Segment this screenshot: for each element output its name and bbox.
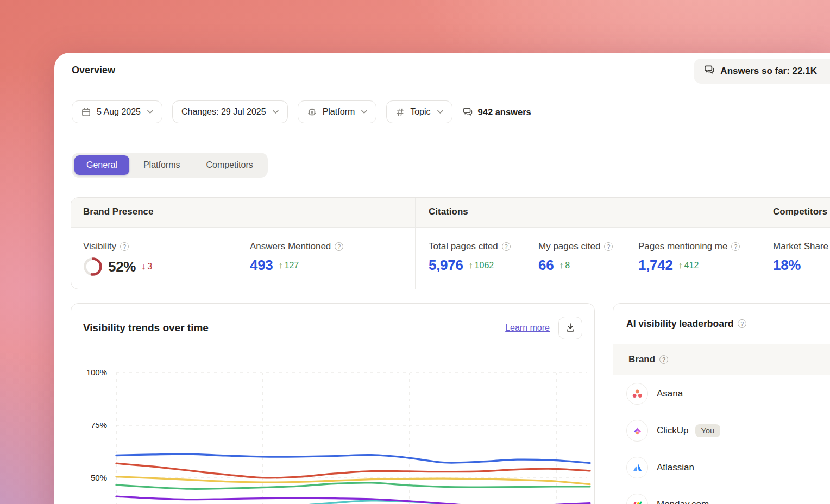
chevron-down-icon [437, 110, 443, 114]
visibility-trends-card: 100%75%50% Visibility trends over time L… [71, 303, 595, 504]
clickup-logo [626, 420, 648, 442]
arrow-up-icon: ↑ [678, 261, 683, 270]
metric-label-text: Answers Mentioned [250, 241, 331, 252]
metric-delta: ↑412 [678, 261, 699, 270]
changes-filter-label: Changes: 29 Jul 2025 [181, 107, 266, 117]
help-icon[interactable]: ? [120, 242, 129, 251]
monday-logo [626, 494, 648, 504]
learn-more-link[interactable]: Learn more [505, 323, 550, 333]
metric-delta: ↓3 [141, 262, 152, 272]
metric-delta-value: 8 [565, 261, 570, 270]
metric-value: 493 [250, 257, 273, 274]
tab-platforms[interactable]: Platforms [131, 155, 192, 175]
metric-value: 18% [773, 257, 801, 274]
download-icon [565, 322, 576, 335]
metric-delta: ↑1062 [469, 261, 494, 270]
arrow-up-icon: ↑ [559, 261, 563, 270]
leaderboard-row-monday-com[interactable]: Monday.com [613, 486, 830, 504]
chart-line-series-green [116, 483, 590, 489]
chart-line-series-red [116, 463, 590, 478]
metric-value: 5,976 [429, 257, 463, 274]
tab-label: Competitors [206, 160, 253, 170]
dashboard-page: { "page": { "title": "Overview", "answer… [0, 0, 830, 504]
arrow-up-icon: ↑ [469, 261, 473, 270]
platform-filter-button[interactable]: Platform [298, 100, 377, 123]
arrow-down-icon: ↓ [141, 262, 146, 272]
platform-filter-label: Platform [323, 107, 355, 117]
metric-label: Pages mentioning me? [638, 241, 740, 252]
changes-filter-button[interactable]: Changes: 29 Jul 2025 [172, 100, 288, 123]
metric-delta-value: 1062 [475, 261, 494, 270]
download-chart-button[interactable] [558, 317, 582, 339]
tab-label: General [86, 160, 117, 170]
leaderboard-column-header: Brand ? [613, 344, 830, 375]
metric-label: Total pages cited? [429, 241, 511, 252]
arrow-up-icon: ↑ [278, 261, 282, 270]
y-tick-label: 75% [91, 420, 107, 430]
brand-name: ClickUp [657, 425, 689, 436]
stats-card: Brand PresenceVisibility?52%↓3Answers Me… [71, 197, 830, 289]
metric-delta-value: 127 [284, 261, 299, 270]
help-icon[interactable]: ? [502, 242, 511, 251]
help-icon[interactable]: ? [731, 242, 740, 251]
metric-label: Answers Mentioned? [250, 241, 343, 252]
stats-section-title: Competitors [773, 206, 827, 217]
brand-name: Monday.com [657, 499, 709, 504]
metric-visibility: Visibility?52%↓3 [83, 241, 152, 276]
filter-bar: 5 Aug 2025 Changes: 29 Jul 2025 Platform [54, 90, 830, 134]
metric-value: 66 [538, 257, 554, 274]
stats-section-title: Citations [429, 206, 468, 217]
leaderboard-title-row: AI visibility leaderboard ? [613, 304, 830, 344]
chat-bubbles-icon [462, 106, 473, 117]
leaderboard-row-atlassian[interactable]: Atlassian [613, 449, 830, 486]
brand-column-label: Brand [628, 354, 655, 365]
help-icon[interactable]: ? [335, 242, 343, 251]
ai-visibility-leaderboard-card: AI visibility leaderboard ? Brand ? Asan… [613, 303, 830, 504]
metric-label-text: My pages cited [538, 241, 600, 252]
metric-my-pages-cited: My pages cited?66↑8 [538, 241, 613, 274]
metric-label: My pages cited? [538, 241, 613, 252]
metric-total-pages-cited: Total pages cited?5,976↑1062 [429, 241, 511, 274]
metric-label-text: Market Share [773, 241, 828, 252]
metric-delta: ↑8 [559, 261, 570, 270]
leaderboard-title: AI visibility leaderboard [626, 318, 733, 330]
y-tick-label: 100% [86, 368, 107, 377]
chart-title: Visibility trends over time [83, 322, 209, 334]
chart-line-series-purple [116, 496, 590, 504]
date-filter-button[interactable]: 5 Aug 2025 [72, 100, 162, 123]
metric-value: 1,742 [638, 257, 673, 274]
metric-value-row: 493↑127 [250, 257, 343, 274]
help-icon[interactable]: ? [738, 319, 746, 328]
leaderboard-row-asana[interactable]: Asana [613, 375, 830, 412]
help-icon[interactable]: ? [604, 242, 613, 251]
metric-label-text: Pages mentioning me [638, 241, 727, 252]
brand-name: Asana [657, 388, 683, 399]
chat-bubbles-icon [703, 64, 715, 78]
help-icon[interactable]: ? [659, 355, 668, 364]
top-bar: Overview Answers so far: 22.1K [54, 53, 830, 90]
calendar-icon [81, 107, 91, 117]
topic-filter-button[interactable]: Topic [386, 100, 452, 123]
stats-section-divider [760, 198, 760, 289]
chevron-down-icon [361, 110, 367, 114]
answers-total-pill: Answers so far: 22.1K [694, 59, 830, 84]
chevron-down-icon [273, 110, 279, 114]
tab-competitors[interactable]: Competitors [194, 155, 265, 175]
metric-market-share: Market Share?18% [773, 241, 830, 274]
chevron-down-icon [147, 110, 153, 114]
leaderboard-row-clickup[interactable]: ClickUpYou [613, 412, 830, 449]
metric-value: 52% [108, 259, 136, 275]
answers-count-label: 942 answers [478, 107, 531, 117]
chart-header-row: Visibility trends over time Learn more [83, 317, 582, 339]
view-tabs: GeneralPlatformsCompetitors [72, 153, 268, 178]
stats-section-title: Brand Presence [83, 206, 153, 217]
page-title: Overview [72, 65, 115, 76]
tab-general[interactable]: General [74, 155, 129, 175]
chart-line-series-teal [116, 501, 590, 504]
metric-label: Visibility? [83, 241, 152, 252]
metric-delta: ↑127 [278, 261, 299, 270]
metric-value-row: 5,976↑1062 [429, 257, 511, 274]
metric-delta-value: 3 [147, 262, 152, 272]
metric-value-row: 18% [773, 257, 830, 274]
metric-answers-mentioned: Answers Mentioned?493↑127 [250, 241, 343, 274]
